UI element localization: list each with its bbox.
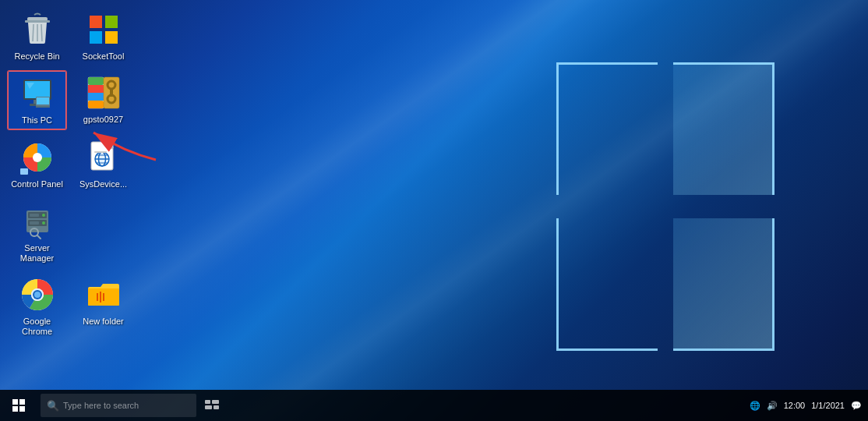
server-manager-image [19, 203, 56, 240]
icon-row-2: Control Panel [8, 136, 132, 193]
svg-line-4 [41, 24, 42, 41]
svg-rect-34 [94, 151, 107, 153]
gpsto-image [85, 74, 122, 111]
svg-rect-15 [36, 106, 50, 108]
sysdevice-image [85, 139, 122, 176]
svg-line-2 [33, 24, 34, 41]
taskbar-date[interactable]: 1/1/2021 [811, 401, 845, 410]
recycle-bin-label: Recycle Bin [14, 51, 59, 62]
start-grid-br [19, 406, 25, 412]
sysdevice-label: SysDevice... [79, 179, 127, 189]
svg-rect-8 [105, 31, 118, 44]
taskbar-time[interactable]: 12:00 [784, 401, 806, 410]
icon-row-1: This PC [8, 71, 132, 129]
svg-rect-20 [88, 101, 104, 108]
desktop: Recycle Bin SocketTool [0, 0, 868, 421]
svg-rect-14 [37, 97, 49, 104]
gpsto-label: gpsto0927 [83, 115, 123, 125]
svg-point-39 [42, 221, 45, 225]
search-placeholder: Type here to search [63, 401, 139, 410]
new-folder-icon[interactable]: New folder [74, 273, 132, 340]
svg-rect-17 [88, 77, 104, 85]
icon-row-4: Google Chrome New folder [8, 273, 132, 340]
system-tray: 🌐 🔊 12:00 1/1/2021 💬 [750, 401, 868, 411]
svg-rect-24 [110, 89, 113, 97]
network-icon: 🌐 [750, 401, 760, 411]
google-chrome-icon[interactable]: Google Chrome [8, 273, 66, 340]
task-view-button[interactable] [196, 390, 228, 421]
svg-rect-1 [25, 20, 50, 23]
search-icon: 🔍 [47, 400, 59, 412]
volume-icon: 🔊 [767, 401, 778, 411]
recycle-bin-icon[interactable]: Recycle Bin [8, 8, 66, 65]
svg-point-26 [33, 153, 42, 162]
start-grid-bl [12, 406, 18, 412]
control-panel-image [19, 139, 56, 176]
recycle-bin-image [19, 11, 56, 48]
start-button[interactable] [0, 390, 37, 421]
control-panel-label: Control Panel [11, 179, 63, 189]
svg-point-38 [42, 214, 45, 217]
svg-rect-5 [90, 16, 102, 28]
sockettool-icon[interactable]: SocketTool [74, 8, 132, 65]
this-pc-image [19, 75, 56, 112]
svg-point-47 [34, 292, 41, 298]
windows-start-icon [12, 399, 25, 412]
sysdevice-icon[interactable]: SysDevice... [74, 136, 132, 193]
control-panel-icon[interactable]: Control Panel [8, 136, 66, 193]
gpsto-icon[interactable]: gpsto0927 [74, 71, 132, 129]
notification-icon[interactable]: 💬 [851, 401, 862, 411]
desktop-icons-area: Recycle Bin SocketTool [8, 8, 132, 340]
svg-rect-6 [105, 16, 118, 28]
google-chrome-label: Google Chrome [11, 317, 63, 337]
svg-rect-19 [88, 93, 104, 101]
taskbar: 🔍 Type here to search 🌐 🔊 12:00 1/1/2021… [0, 390, 868, 421]
svg-rect-27 [20, 168, 28, 175]
google-chrome-image [19, 276, 56, 313]
task-view-icon [205, 400, 219, 411]
icon-row-0: Recycle Bin SocketTool [8, 8, 132, 65]
svg-rect-54 [212, 400, 219, 404]
windows-logo-decoration [556, 62, 774, 351]
this-pc-icon[interactable]: This PC [8, 71, 66, 129]
svg-rect-40 [30, 214, 39, 217]
server-manager-icon[interactable]: Server Manager [8, 200, 66, 267]
svg-rect-18 [88, 85, 104, 93]
svg-rect-7 [90, 31, 102, 44]
start-grid-tr [19, 399, 25, 405]
taskbar-search[interactable]: 🔍 Type here to search [41, 394, 196, 417]
new-folder-image [85, 276, 122, 313]
server-manager-label: Server Manager [11, 243, 63, 264]
svg-rect-53 [205, 400, 210, 404]
this-pc-label: This PC [22, 115, 52, 126]
svg-rect-55 [205, 405, 212, 409]
sockettool-label: SocketTool [83, 51, 125, 62]
svg-line-43 [37, 235, 41, 239]
start-grid-tl [12, 399, 18, 405]
icon-row-3: Server Manager [8, 200, 132, 267]
new-folder-label: New folder [83, 317, 124, 327]
svg-rect-41 [30, 221, 39, 225]
sockettool-image [85, 11, 122, 48]
svg-rect-56 [213, 405, 219, 409]
